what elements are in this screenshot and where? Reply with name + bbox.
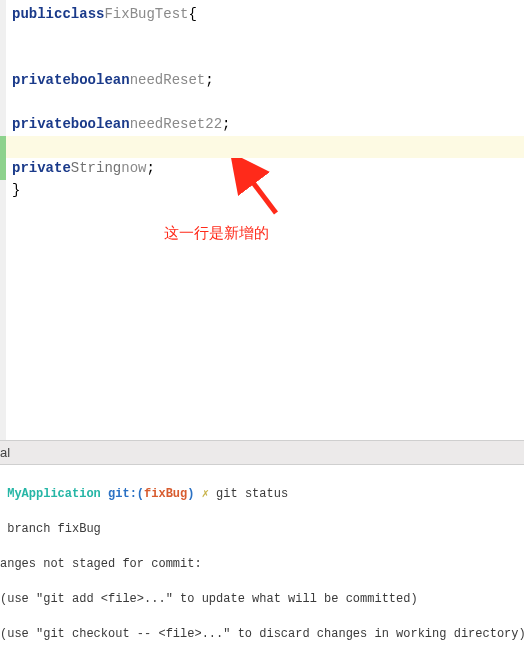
keyword-private: private <box>12 157 71 181</box>
annotation-text: 这一行是新增的 <box>164 220 269 246</box>
brace-open: { <box>188 3 196 27</box>
code-editor[interactable]: public class FixBugTest { private boolea… <box>0 0 524 440</box>
class-name: FixBugTest <box>104 3 188 27</box>
prompt-git-close: ) <box>187 487 194 501</box>
terminal-pane[interactable]: MyApplication git:(fixBug) ✗ git status … <box>0 465 524 653</box>
prompt-dirty-icon: ✗ <box>202 487 209 501</box>
code-blank-line <box>6 92 524 114</box>
semicolon: ; <box>222 113 230 137</box>
keyword-private: private <box>12 69 71 93</box>
prompt-branch: fixBug <box>144 487 187 501</box>
gutter-change-marker <box>0 136 6 158</box>
code-blank-line <box>6 26 524 48</box>
keyword-class: class <box>62 3 104 27</box>
terminal-tab-header[interactable]: al <box>0 440 524 465</box>
code-blank-line <box>6 48 524 70</box>
semicolon: ; <box>205 69 213 93</box>
field-name: needReset22 <box>130 113 222 137</box>
code-line-field2: private boolean needReset22; <box>6 114 524 136</box>
prompt-git-label: git:( <box>108 487 144 501</box>
terminal-line: (use "git add <file>..." to update what … <box>0 591 524 608</box>
terminal-line-prompt: MyApplication git:(fixBug) ✗ git status <box>0 486 524 503</box>
prompt-app: MyApplication <box>7 487 101 501</box>
terminal-command: git status <box>216 487 288 501</box>
keyword-boolean: boolean <box>71 113 130 137</box>
terminal-line: branch fixBug <box>0 521 524 538</box>
brace-close: } <box>12 179 20 203</box>
terminal-tab-label: al <box>0 445 10 460</box>
field-name: needReset <box>130 69 206 93</box>
keyword-private: private <box>12 113 71 137</box>
keyword-public: public <box>12 3 62 27</box>
field-name: now <box>121 157 146 181</box>
keyword-boolean: boolean <box>71 69 130 93</box>
code-highlighted-blank <box>6 136 524 158</box>
code-line-field1: private boolean needReset; <box>6 70 524 92</box>
type-string: String <box>71 157 121 181</box>
code-line-field3: private String now; <box>6 158 524 180</box>
gutter-change-marker <box>0 158 6 180</box>
code-line: public class FixBugTest { <box>6 4 524 26</box>
terminal-line: anges not staged for commit: <box>0 556 524 573</box>
code-line-close: } <box>6 180 524 202</box>
semicolon: ; <box>146 157 154 181</box>
terminal-line: (use "git checkout -- <file>..." to disc… <box>0 626 524 643</box>
